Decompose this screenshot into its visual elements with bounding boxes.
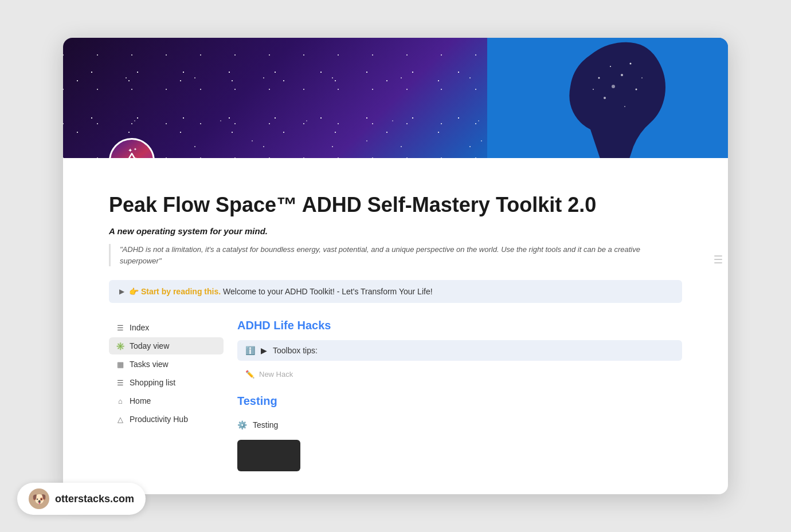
cta-arrow-icon: ▶ (119, 287, 124, 295)
sidebar-item-today-view[interactable]: ✳️ Today view (109, 337, 224, 354)
testing-label: Testing (253, 420, 278, 429)
sidebar-item-shopping-list[interactable]: ☰ Shopping list (109, 374, 224, 391)
main-panel: ADHD Life Hacks ℹ️ ▶ Toolbox tips: ✏️ Ne… (237, 319, 682, 471)
page-title: Peak Flow Space™ ADHD Self-Mastery Toolk… (109, 192, 682, 217)
grid-icon: ▦ (116, 360, 125, 369)
two-col-layout: ☰ Index ✳️ Today view ▦ Tasks view ☰ Sho… (109, 319, 682, 471)
sidebar-item-label: Home (130, 396, 151, 405)
watermark-avatar: 🐶 (29, 488, 49, 509)
sidebar-item-tasks-view[interactable]: ▦ Tasks view (109, 356, 224, 373)
quote-text: "ADHD is not a limitation, it's a cataly… (120, 244, 682, 266)
list-icon: ☰ (116, 324, 125, 332)
gear-icon: ⚙️ (237, 420, 247, 429)
sidebar-nav: ☰ Index ✳️ Today view ▦ Tasks view ☰ Sho… (109, 319, 224, 471)
svg-point-5 (593, 89, 594, 90)
svg-point-7 (636, 88, 637, 90)
scroll-indicator (714, 255, 722, 263)
svg-point-9 (612, 85, 615, 88)
svg-point-1 (610, 66, 611, 67)
svg-text:✦: ✦ (128, 147, 132, 153)
logo-icon: ✦ ✦ (118, 147, 146, 158)
sidebar-item-label: Shopping list (130, 378, 175, 387)
svg-marker-10 (123, 153, 140, 158)
info-icon: ℹ️ (245, 346, 255, 355)
hero-banner: ✦ ✦ (63, 38, 728, 158)
dark-thumbnail (237, 440, 300, 471)
sun-icon: ✳️ (116, 342, 125, 350)
pencil-icon: ✏️ (245, 370, 254, 379)
cta-text: 👉 Start by reading this. Welcome to your… (129, 287, 433, 296)
watermark: 🐶 otterstacks.com (17, 483, 146, 515)
watermark-domain: otterstacks.com (55, 493, 134, 505)
testing-section: Testing ⚙️ Testing (237, 395, 682, 471)
sidebar-item-label: Productivity Hub (130, 415, 188, 424)
svg-point-4 (641, 77, 643, 78)
new-hack-row[interactable]: ✏️ New Hack (237, 365, 682, 383)
testing-item[interactable]: ⚙️ Testing (237, 416, 682, 434)
hack-toggle-arrow: ▶ (261, 346, 267, 355)
sidebar-item-label: Index (130, 323, 149, 332)
svg-point-6 (604, 97, 606, 99)
hack-label: Toolbox tips: (273, 346, 318, 355)
adhd-hacks-heading: ADHD Life Hacks (237, 319, 682, 332)
svg-point-2 (621, 74, 623, 76)
sidebar-item-productivity-hub[interactable]: △ Productivity Hub (109, 411, 224, 428)
sidebar-item-label: Tasks view (130, 360, 169, 369)
svg-point-0 (598, 77, 600, 78)
page-subtitle: A new operating system for your mind. (109, 226, 682, 236)
cta-suffix: Welcome to your ADHD Toolkit! - Let's Tr… (221, 287, 432, 296)
home-icon: ⌂ (116, 397, 125, 405)
cta-banner[interactable]: ▶ 👉 Start by reading this. Welcome to yo… (109, 280, 682, 303)
svg-point-8 (624, 106, 625, 107)
list2-icon: ☰ (116, 379, 125, 387)
svg-text:✦: ✦ (134, 147, 137, 151)
svg-point-3 (630, 62, 632, 64)
sidebar-item-index[interactable]: ☰ Index (109, 319, 224, 336)
head-silhouette-icon (499, 38, 728, 158)
content-area: Peak Flow Space™ ADHD Self-Mastery Toolk… (63, 158, 728, 494)
sidebar-item-home[interactable]: ⌂ Home (109, 392, 224, 409)
testing-heading: Testing (237, 395, 682, 408)
quote-block: "ADHD is not a limitation, it's a cataly… (109, 244, 682, 266)
new-hack-label: New Hack (259, 370, 293, 379)
otter-icon: 🐶 (32, 492, 46, 506)
sidebar-item-label: Today view (130, 341, 169, 350)
hack-item-toolbox[interactable]: ℹ️ ▶ Toolbox tips: (237, 340, 682, 361)
app-window: ✦ ✦ Peak Flow Space™ ADHD Self-Mastery T… (63, 38, 728, 494)
mountain-icon: △ (116, 415, 125, 424)
cta-strong: 👉 Start by reading this. (129, 287, 221, 296)
